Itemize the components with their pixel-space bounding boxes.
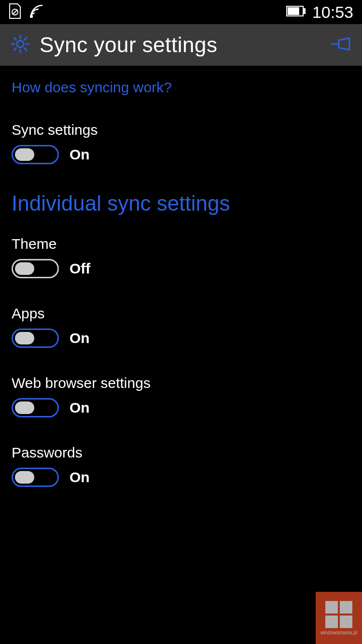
- content-area: How does syncing work? Sync settings On …: [0, 66, 362, 487]
- watermark-text: windowsmania.pl: [320, 630, 357, 635]
- section-heading: Individual sync settings: [12, 191, 350, 215]
- pin-icon[interactable]: [330, 36, 352, 54]
- sync-settings-toggle[interactable]: [12, 145, 59, 164]
- svg-point-6: [17, 41, 24, 47]
- gear-icon: [10, 33, 31, 57]
- watermark: windowsmania.pl: [316, 592, 362, 644]
- passwords-label: Passwords: [12, 444, 350, 461]
- sync-settings-state: On: [70, 146, 90, 163]
- theme-label: Theme: [12, 236, 350, 252]
- apps-row: Apps On: [12, 305, 350, 348]
- help-link[interactable]: How does syncing work?: [12, 79, 350, 96]
- web-browser-row: Web browser settings On: [12, 375, 350, 417]
- status-bar: 10:53: [0, 0, 362, 24]
- web-browser-toggle[interactable]: [12, 398, 59, 417]
- sync-settings-label: Sync settings: [12, 122, 350, 138]
- sim-lock-icon: [9, 3, 21, 21]
- svg-rect-4: [304, 9, 305, 14]
- theme-toggle[interactable]: [12, 259, 59, 278]
- web-browser-label: Web browser settings: [12, 375, 350, 391]
- apps-state: On: [70, 330, 90, 346]
- windows-logo-icon: [325, 601, 352, 628]
- passwords-state: On: [70, 469, 90, 486]
- passwords-row: Passwords On: [12, 444, 350, 487]
- page-header: Sync your settings: [0, 24, 362, 66]
- passwords-toggle[interactable]: [12, 468, 59, 487]
- theme-state: Off: [70, 260, 90, 277]
- svg-rect-5: [288, 8, 299, 14]
- apps-toggle[interactable]: [12, 329, 59, 348]
- svg-line-1: [13, 10, 17, 14]
- sync-settings-row: Sync settings On: [12, 122, 350, 164]
- wifi-icon: [30, 4, 47, 20]
- page-title: Sync your settings: [40, 33, 330, 57]
- svg-point-2: [30, 15, 32, 17]
- status-time: 10:53: [312, 3, 353, 22]
- web-browser-state: On: [70, 400, 90, 416]
- apps-label: Apps: [12, 305, 350, 322]
- theme-row: Theme Off: [12, 236, 350, 278]
- battery-icon: [286, 6, 306, 18]
